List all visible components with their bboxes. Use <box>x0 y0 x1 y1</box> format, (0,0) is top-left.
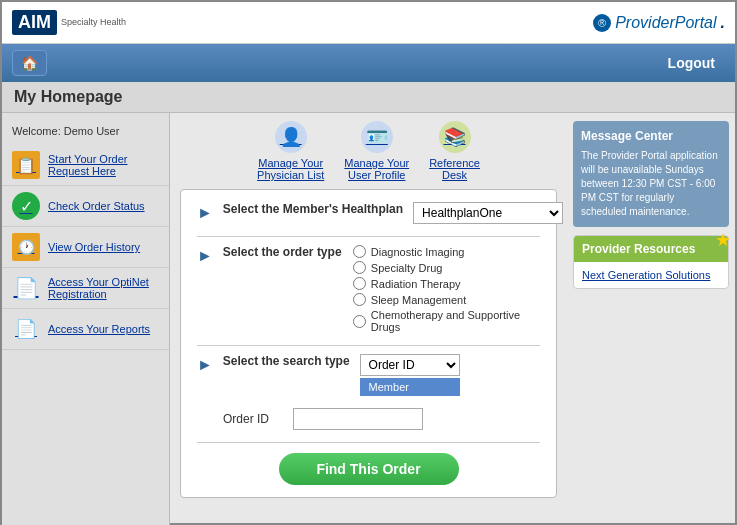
message-center: Message Center The Provider Portal appli… <box>573 121 729 227</box>
search-type-select[interactable]: Order ID Member <box>360 354 460 376</box>
nav-reference-desk[interactable]: 📚 ReferenceDesk <box>429 121 480 181</box>
user-profile-icon: 🪪 <box>361 121 393 153</box>
find-order-button[interactable]: Find This Order <box>279 453 459 485</box>
nav-user-profile[interactable]: 🪪 Manage YourUser Profile <box>344 121 409 181</box>
order-type-row: ► Select the order type Diagnostic Imagi… <box>197 245 540 333</box>
page-title-bar: My Homepage <box>2 82 735 113</box>
provider-resources-wrapper: ★ Provider Resources Next Generation Sol… <box>573 235 729 289</box>
order-form: ► Select the Member's Healthplan Healthp… <box>180 189 557 498</box>
search-dropdown-member[interactable]: Member <box>360 378 460 396</box>
order-type-control: Diagnostic Imaging Specialty Drug Radiat… <box>353 245 540 333</box>
provider-portal-logo: ® ProviderPortal. <box>593 14 725 32</box>
main-content: Welcome: Demo User 📋 Start Your Order Re… <box>2 113 735 525</box>
order-id-label: Order ID <box>223 412 283 426</box>
radio-sleep-input[interactable] <box>353 293 366 306</box>
radio-diagnostic-input[interactable] <box>353 245 366 258</box>
physician-list-icon: 👤 <box>275 121 307 153</box>
radio-specialty-label: Specialty Drug <box>371 262 443 274</box>
order-type-label: Select the order type <box>223 245 343 259</box>
radio-diagnostic[interactable]: Diagnostic Imaging <box>353 245 540 258</box>
aim-logo-subtext: Specialty Health <box>61 17 126 28</box>
reference-desk-label: ReferenceDesk <box>429 157 480 181</box>
divider-2 <box>197 345 540 346</box>
provider-resources-content: Next Generation Solutions <box>574 262 728 288</box>
search-type-arrow: ► <box>197 356 213 374</box>
sidebar-item-start-order[interactable]: 📋 Start Your Order Request Here <box>2 145 169 186</box>
divider-1 <box>197 236 540 237</box>
aim-logo-box: AIM <box>12 10 57 35</box>
user-profile-label: Manage YourUser Profile <box>344 157 409 181</box>
divider-3 <box>197 442 540 443</box>
order-type-arrow: ► <box>197 247 213 265</box>
radio-diagnostic-label: Diagnostic Imaging <box>371 246 465 258</box>
logout-button[interactable]: Logout <box>658 51 725 75</box>
search-type-control: Order ID Member Member <box>360 354 540 396</box>
next-generation-solutions-link[interactable]: Next Generation Solutions <box>582 269 710 281</box>
provider-portal-icon: ® <box>593 14 611 32</box>
top-bar: AIM Specialty Health ® ProviderPortal. <box>2 2 735 44</box>
optinet-label: Access Your OptiNet Registration <box>48 276 159 300</box>
radio-chemo-label: Chemotherapy and Supportive Drugs <box>371 309 540 333</box>
radio-radiation-label: Radiation Therapy <box>371 278 461 290</box>
welcome-text: Welcome: Demo User <box>2 121 169 145</box>
radio-radiation-input[interactable] <box>353 277 366 290</box>
order-history-label: View Order History <box>48 241 140 253</box>
page-title: My Homepage <box>14 88 122 105</box>
provider-resources: Provider Resources Next Generation Solut… <box>573 235 729 289</box>
aim-logo: AIM Specialty Health <box>12 10 126 35</box>
sidebar-item-order-history[interactable]: 🕐 View Order History <box>2 227 169 268</box>
provider-resources-title: Provider Resources <box>582 242 695 256</box>
reports-label: Access Your Reports <box>48 323 150 335</box>
sidebar-item-check-order[interactable]: ✓ Check Order Status <box>2 186 169 227</box>
sidebar-item-reports[interactable]: 📄 Access Your Reports <box>2 309 169 350</box>
check-order-label: Check Order Status <box>48 200 145 212</box>
nav-bar: 🏠 Logout <box>2 44 735 82</box>
reports-icon: 📄 <box>12 315 40 343</box>
order-id-row: Order ID <box>197 408 540 430</box>
message-center-text: The Provider Portal application will be … <box>581 149 721 219</box>
search-type-row: ► Select the search type Order ID Member… <box>197 354 540 396</box>
right-panel: Message Center The Provider Portal appli… <box>567 113 735 525</box>
order-type-radio-group: Diagnostic Imaging Specialty Drug Radiat… <box>353 245 540 333</box>
order-id-input[interactable] <box>293 408 423 430</box>
message-center-title: Message Center <box>581 129 721 143</box>
provider-portal-name: ProviderPortal <box>615 14 716 32</box>
radio-specialty-input[interactable] <box>353 261 366 274</box>
healthplan-row: ► Select the Member's Healthplan Healthp… <box>197 202 540 224</box>
radio-chemo[interactable]: Chemotherapy and Supportive Drugs <box>353 309 540 333</box>
radio-sleep-label: Sleep Management <box>371 294 466 306</box>
check-order-icon: ✓ <box>12 192 40 220</box>
provider-resources-header: Provider Resources <box>574 236 728 262</box>
start-order-icon: 📋 <box>12 151 40 179</box>
sidebar-item-optinet[interactable]: 📄 Access Your OptiNet Registration <box>2 268 169 309</box>
optinet-icon: 📄 <box>12 274 40 302</box>
order-history-icon: 🕐 <box>12 233 40 261</box>
search-type-label: Select the search type <box>223 354 350 368</box>
healthplan-select[interactable]: HealthplanOne HealthplanTwo <box>413 202 563 224</box>
radio-specialty[interactable]: Specialty Drug <box>353 261 540 274</box>
radio-chemo-input[interactable] <box>353 315 366 328</box>
top-nav-icons: 👤 Manage YourPhysician List 🪪 Manage You… <box>180 121 557 181</box>
physician-list-label: Manage YourPhysician List <box>257 157 324 181</box>
star-icon: ★ <box>715 229 731 251</box>
healthplan-control: HealthplanOne HealthplanTwo <box>413 202 563 224</box>
nav-physician-list[interactable]: 👤 Manage YourPhysician List <box>257 121 324 181</box>
healthplan-label: Select the Member's Healthplan <box>223 202 403 216</box>
start-order-label: Start Your Order Request Here <box>48 153 159 177</box>
healthplan-arrow: ► <box>197 204 213 222</box>
reference-desk-icon: 📚 <box>439 121 471 153</box>
home-button[interactable]: 🏠 <box>12 50 47 76</box>
radio-radiation[interactable]: Radiation Therapy <box>353 277 540 290</box>
content-area: 👤 Manage YourPhysician List 🪪 Manage You… <box>170 113 567 525</box>
sidebar: Welcome: Demo User 📋 Start Your Order Re… <box>2 113 170 525</box>
radio-sleep[interactable]: Sleep Management <box>353 293 540 306</box>
